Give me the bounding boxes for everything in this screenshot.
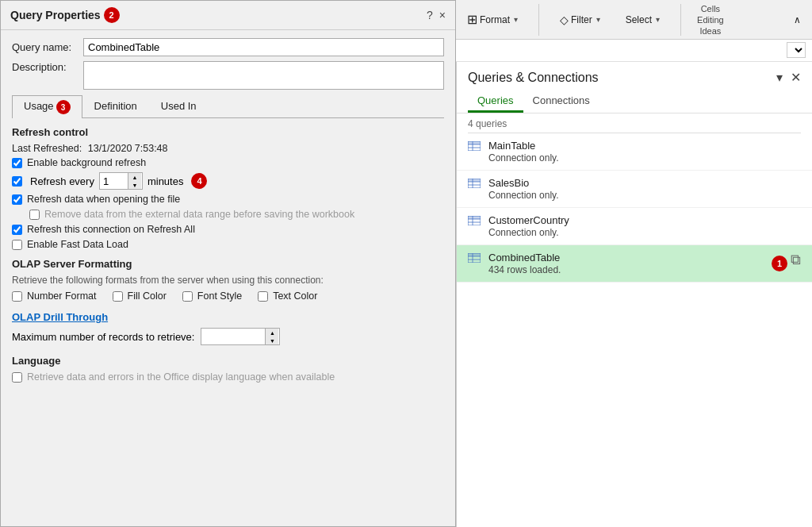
qc-close-button[interactable]: ✕ [791, 70, 801, 85]
tab-usage[interactable]: Usage3 [12, 95, 82, 118]
dialog-body: Query name: Description: Usage3 Definiti… [1, 30, 455, 526]
olap-drill-link[interactable]: OLAP Drill Through [12, 311, 108, 323]
fill-color-checkbox[interactable] [113, 291, 123, 302]
format-group: ⊞ Format ▾ [462, 10, 523, 29]
number-format-checkbox[interactable] [12, 291, 22, 302]
spinner-down[interactable]: ▼ [128, 181, 141, 189]
salesbio-name: SalesBio [488, 177, 801, 189]
formula-bar-dropdown[interactable] [787, 42, 806, 58]
query-item-maintable[interactable]: MainTable Connection only. [457, 133, 812, 171]
query-item-combinedtable[interactable]: CombinedTable 434 rows loaded. 1 ⧉ [457, 245, 812, 283]
fast-load-checkbox[interactable] [12, 240, 22, 250]
olap-formatting-desc: Retrieve the following formats from the … [12, 275, 444, 286]
collapse-button[interactable]: ∧ [789, 13, 806, 27]
toolbar-divider-1 [538, 4, 539, 36]
salesbio-info: SalesBio Connection only. [488, 177, 801, 201]
filter-dropdown-arrow: ▾ [596, 15, 600, 24]
description-row: Description: [12, 61, 444, 90]
dialog-title: Query Properties [10, 9, 101, 21]
max-records-input[interactable] [201, 329, 265, 344]
help-button[interactable]: ? [427, 9, 433, 21]
combinedtable-action-icon[interactable]: ⧉ [791, 252, 801, 268]
query-name-input[interactable] [83, 38, 444, 56]
maintable-name: MainTable [488, 140, 801, 152]
format-icon: ⊞ [467, 12, 477, 27]
query-item-salesbio[interactable]: SalesBio Connection only. [457, 171, 812, 208]
combinedtable-name: CombinedTable [488, 252, 768, 264]
right-panel: ⊞ Format ▾ ◇ Filter ▾ Select ▾ Cells Edi… [456, 0, 812, 527]
salesbio-icon [468, 179, 482, 190]
svg-rect-9 [468, 179, 481, 182]
refresh-on-open-checkbox[interactable] [12, 194, 22, 205]
toolbar-labels: Cells Editing Ideas [697, 4, 724, 36]
qc-header-controls: ▾ ✕ [776, 70, 801, 85]
language-checkbox[interactable] [12, 372, 22, 383]
refresh-every-badge: 4 [191, 173, 207, 189]
collapse-button-wrapper: ∧ [789, 13, 806, 27]
salesbio-status: Connection only. [488, 190, 801, 201]
combinedtable-info: CombinedTable 434 rows loaded. [488, 252, 768, 275]
maintable-info: MainTable Connection only. [488, 140, 801, 163]
text-color-checkbox[interactable] [258, 291, 268, 302]
close-button[interactable]: × [439, 9, 446, 21]
text-color-row: Text Color [258, 290, 317, 302]
number-format-row: Number Format [12, 290, 97, 302]
filter-button[interactable]: ◇ Filter ▾ [555, 12, 605, 28]
usage-tab-badge: 3 [56, 100, 71, 114]
customercountry-status: Connection only. [488, 227, 801, 238]
refresh-every-spinner[interactable]: ▲ ▼ [99, 172, 143, 190]
remove-data-checkbox[interactable] [29, 210, 40, 220]
language-row: Retrieve data and errors in the Office d… [12, 371, 444, 383]
max-records-spinner-up[interactable]: ▲ [266, 329, 278, 337]
qc-tab-connections[interactable]: Connections [523, 90, 599, 113]
maintable-icon [468, 141, 482, 152]
refresh-every-checkbox[interactable] [12, 176, 22, 187]
combinedtable-badge: 1 [772, 256, 787, 271]
max-records-spinner-down[interactable]: ▼ [266, 337, 278, 344]
tab-bar: Usage3 Definition Used In [12, 94, 444, 118]
combinedtable-icon [468, 253, 482, 264]
max-records-spinner-buttons: ▲ ▼ [265, 329, 278, 344]
max-records-spinner[interactable]: ▲ ▼ [201, 328, 280, 345]
olap-formatting-heading: OLAP Server Formatting [12, 258, 444, 270]
qc-count: 4 queries [457, 113, 812, 133]
refresh-on-all-checkbox[interactable] [12, 225, 22, 235]
enable-bg-refresh-checkbox[interactable] [12, 158, 22, 168]
query-properties-dialog: Query Properties 2 ? × Query name: Descr… [0, 0, 456, 527]
font-style-row: Font Style [182, 290, 242, 302]
select-button[interactable]: Select ▾ [621, 13, 665, 27]
excel-toolbar: ⊞ Format ▾ ◇ Filter ▾ Select ▾ Cells Edi… [456, 0, 812, 40]
filter-group: ◇ Filter ▾ [555, 12, 605, 28]
refresh-on-all-row: Refresh this connection on Refresh All [12, 224, 444, 235]
format-dropdown-arrow: ▾ [514, 15, 518, 24]
olap-checkboxes: Number Format Fill Color Font Style Text… [12, 290, 444, 302]
qc-title: Queries & Connections [468, 71, 599, 85]
customercountry-icon [468, 216, 482, 227]
qc-pin-button[interactable]: ▾ [776, 70, 783, 85]
refresh-control-heading: Refresh control [12, 126, 444, 138]
select-dropdown-arrow: ▾ [656, 15, 660, 24]
dialog-titlebar: Query Properties 2 ? × [1, 1, 455, 30]
svg-rect-14 [468, 216, 481, 219]
refresh-every-input[interactable] [100, 174, 128, 189]
select-group: Select ▾ [621, 13, 665, 27]
olap-drill-heading: OLAP Drill Through [12, 311, 444, 323]
customercountry-info: CustomerCountry Connection only. [488, 214, 801, 238]
refresh-every-row: Refresh every ▲ ▼ minutes 4 [12, 172, 444, 190]
cells-label: Cells [701, 4, 720, 13]
refresh-every-unit: minutes [147, 175, 184, 187]
tab-definition[interactable]: Definition [82, 95, 149, 118]
dialog-controls: ? × [427, 9, 446, 21]
combinedtable-status: 434 rows loaded. [488, 264, 768, 275]
query-item-customercountry[interactable]: CustomerCountry Connection only. [457, 208, 812, 245]
query-name-label: Query name: [12, 41, 83, 53]
tab-used-in[interactable]: Used In [149, 95, 209, 118]
format-button[interactable]: ⊞ Format ▾ [462, 10, 523, 29]
qc-tab-queries[interactable]: Queries [468, 90, 523, 113]
query-list: MainTable Connection only. SalesBio [457, 133, 812, 527]
description-input[interactable] [83, 61, 444, 90]
ideas-label: Ideas [699, 26, 721, 36]
spinner-up[interactable]: ▲ [128, 173, 141, 181]
font-style-checkbox[interactable] [182, 291, 193, 302]
toolbar-divider-2 [680, 4, 681, 36]
